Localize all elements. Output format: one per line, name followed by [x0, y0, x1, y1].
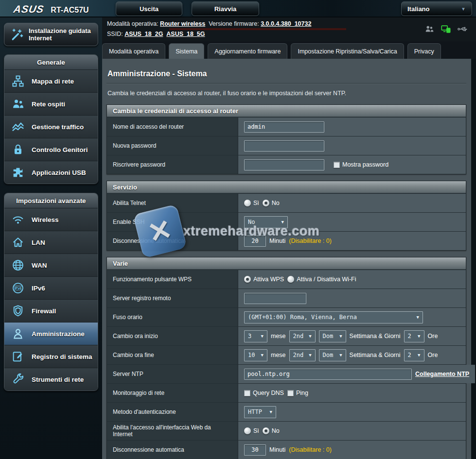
chevron-down-icon: ▼	[261, 334, 264, 339]
timezone-select[interactable]: (GMT+01:00) Roma, Vienna, Berna ▼	[244, 311, 423, 323]
dst-start-week-select[interactable]: 2nd ▼	[289, 330, 316, 342]
dst-end-day-value: Dom	[323, 352, 334, 358]
dst-end-week-select[interactable]: 2nd ▼	[289, 349, 316, 361]
ntp-server-input[interactable]	[244, 369, 412, 380]
dst-start-day-select[interactable]: Dom ▼	[319, 330, 346, 342]
week-day-label: Settimana & Giorni	[350, 352, 401, 358]
service-table: Servizio Abilita Telnet Sì No Enable SSH…	[106, 181, 466, 251]
chevron-down-icon: ▼	[417, 315, 419, 320]
ntp-server-label: Server NTP	[107, 365, 238, 383]
retype-password-input[interactable]	[244, 159, 324, 170]
firmware-version-link[interactable]: 3.0.0.4.380_10732	[261, 20, 311, 27]
table-row: Cambio ora fine 10 ▼ mese 2nd ▼ Dom ▼ Se…	[107, 345, 466, 364]
new-password-input[interactable]	[244, 140, 324, 152]
ssid-2g-link[interactable]: ASUS_18_2G	[124, 31, 163, 37]
usb-status-icon[interactable]	[457, 24, 469, 34]
sidebar-item-ipv6[interactable]: IPv6 IPv6	[4, 276, 98, 299]
sidebar-item-wan[interactable]: WAN	[4, 254, 98, 276]
telnet-no-radio[interactable]	[263, 200, 269, 206]
dst-end-day-select[interactable]: Dom ▼	[319, 349, 346, 361]
dst-start-label: Cambio ora inizio	[107, 327, 238, 345]
sidebar-item-label: IPv6	[32, 285, 45, 292]
wps-toggle-wifi-radio[interactable]	[287, 276, 294, 283]
sidebar-item-firewall[interactable]: Firewall	[4, 299, 98, 322]
language-select[interactable]: Italiano ▼	[401, 1, 472, 16]
dst-end-hour-value: 2	[408, 352, 411, 358]
dst-end-month-select[interactable]: 10 ▼	[244, 349, 267, 361]
tab-system[interactable]: Sistema	[169, 43, 204, 59]
sidebar-item-label: Strumenti di rete	[32, 376, 84, 383]
reboot-button[interactable]: Riavvia	[192, 1, 259, 16]
dst-start-week-value: 2nd	[293, 333, 304, 340]
asus-logo: ASUS	[13, 3, 45, 15]
devices-status-icon[interactable]	[440, 24, 452, 34]
operation-mode-link[interactable]: Router wireless	[160, 20, 205, 27]
dns-query-label: Query DNS	[253, 390, 284, 396]
table-row: Disconnessione automatica Minuti (Disabi…	[107, 440, 466, 459]
sidebar-item-label: Controllo Genitori	[32, 146, 88, 153]
ping-checkbox[interactable]	[287, 390, 294, 396]
auto-logout-unit: Minuti	[269, 238, 285, 244]
ssh-select[interactable]: No ▼	[244, 216, 288, 228]
auto-logout-input[interactable]	[244, 236, 266, 247]
telnet-yes-radio[interactable]	[244, 200, 251, 206]
dst-start-day-value: Dom	[323, 333, 334, 340]
divider	[106, 83, 466, 84]
tab-privacy[interactable]: Privacy	[407, 43, 441, 59]
chevron-down-icon: ▼	[461, 6, 466, 12]
ntp-link[interactable]: Collegamento NTP	[415, 371, 469, 377]
table-row: Abilita l'accesso all'interfaccia Web da…	[107, 421, 466, 440]
sidebar-item-system-log[interactable]: Registro di sistema	[4, 345, 98, 368]
tab-firmware-upgrade[interactable]: Aggiornamento firmware	[208, 43, 287, 59]
sidebar-item-network-tools[interactable]: Strumenti di rete	[4, 368, 98, 391]
tab-operation-mode[interactable]: Modalità operativa	[102, 43, 165, 59]
main-panel: Amministrazione - Sistema Cambia le cred…	[102, 59, 471, 459]
logout-button[interactable]: Uscita	[116, 1, 182, 16]
remote-log-input[interactable]	[244, 293, 306, 304]
sidebar-item-parental-control[interactable]: Controllo Genitori	[4, 138, 98, 161]
table-row: Metodo d'autenticazione HTTP ▼	[107, 402, 466, 421]
sidebar-item-usb-applications[interactable]: Applicazioni USB	[4, 161, 98, 184]
sidebar-item-label: Applicazioni USB	[32, 169, 86, 176]
menu-advanced: Impostazioni avanzate Wireless LAN WAN I…	[4, 193, 98, 391]
web-access-label: Abilita l'accesso all'interfaccia Web da…	[107, 422, 238, 440]
show-password-label: Mostra password	[342, 161, 388, 168]
auth-method-select[interactable]: HTTP ▼	[244, 406, 276, 418]
clients-icon[interactable]	[423, 24, 435, 34]
sidebar-item-wireless[interactable]: Wireless	[4, 208, 98, 231]
web-access-no-radio[interactable]	[263, 427, 269, 434]
tab-restore-save-upload[interactable]: Impostazione Ripristina/Salva/Carica	[291, 43, 404, 59]
menu-header-advanced: Impostazioni avanzate	[4, 193, 98, 208]
auto-logout2-input[interactable]	[244, 444, 266, 456]
sidebar-item-quick-setup[interactable]: Installazione guidata Internet	[4, 23, 98, 46]
parental-control-icon	[10, 143, 26, 156]
wps-activate-radio[interactable]	[244, 276, 251, 283]
sidebar-item-lan[interactable]: LAN	[4, 231, 98, 254]
chevron-down-icon: ▼	[418, 353, 420, 357]
login-name-label: Nome di accesso del router	[107, 118, 238, 136]
show-password-checkbox[interactable]	[334, 162, 340, 168]
credentials-table: Cambia le credenziali di accesso al rout…	[106, 104, 466, 174]
dst-start-hour-select[interactable]: 2 ▼	[404, 330, 424, 342]
tab-bar: Modalità operativa Sistema Aggiornamento…	[102, 41, 476, 59]
network-map-icon	[10, 74, 26, 88]
sidebar-item-network-map[interactable]: Mappa di rete	[4, 69, 98, 92]
misc-table: Varie Funzionamento pulsante WPS Attiva …	[106, 257, 466, 459]
week-day-label: Settimana & Giorni	[350, 333, 401, 340]
ssid-5g-link[interactable]: ASUS_18_5G	[166, 31, 205, 37]
web-access-yes-radio[interactable]	[244, 427, 251, 434]
firmware-label: Versione firmware:	[209, 20, 259, 27]
hour-label: Ore	[428, 352, 438, 358]
new-password-label: Nuova password	[107, 136, 238, 155]
wps-activate-label: Attiva WPS	[253, 276, 284, 283]
sidebar-item-administration[interactable]: Amministrazione	[4, 322, 98, 345]
operation-mode-label: Modalità operativa:	[107, 20, 159, 27]
dst-end-hour-select[interactable]: 2 ▼	[404, 349, 424, 361]
chevron-down-icon: ▼	[261, 353, 264, 357]
dns-query-checkbox[interactable]	[244, 390, 250, 396]
dst-start-month-select[interactable]: 3 ▼	[244, 330, 267, 342]
sidebar-item-guest-network[interactable]: Rete ospiti	[4, 92, 98, 115]
sidebar-item-traffic-manager[interactable]: Gestione traffico	[4, 115, 98, 138]
login-name-input[interactable]	[244, 121, 324, 133]
telnet-yes-label: Sì	[253, 200, 259, 206]
